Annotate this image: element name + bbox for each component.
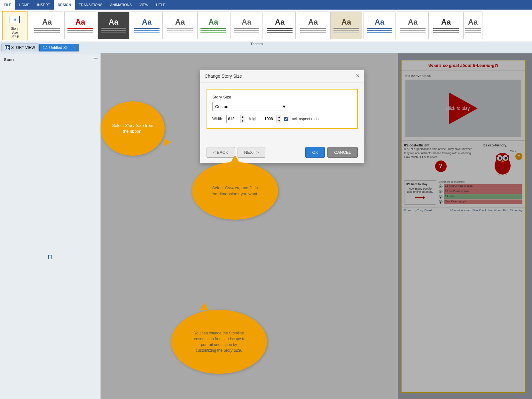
story-view-tab-label: STORY VIEW [11,45,35,50]
tab-file[interactable]: FILE [0,0,15,10]
ribbon-content: ⊞ Story Size Setup Aa Aa [0,10,532,42]
theme-item-3[interactable]: Aa [131,12,163,39]
theme-item-11[interactable]: Aa [397,12,429,39]
panel-minimize-button[interactable] [93,56,98,62]
theme-item-5[interactable]: Aa [197,12,229,39]
callout-middle-text: Select Custom, and fill inthe dimensions… [212,185,259,197]
theme-item-2[interactable]: Aa [98,12,129,39]
cancel-button[interactable]: CANCEL [327,147,358,158]
theme-item-4[interactable]: Aa [164,12,196,39]
svg-rect-4 [94,58,98,59]
tab-animations[interactable]: ANIMATIONS [106,0,136,10]
theme-item-0[interactable]: Aa [31,12,63,39]
callout-ribbon-text: Select Story Size fromthe ribbon. [112,123,153,134]
tab-insert[interactable]: INSERT [33,0,54,10]
story-size-section-label: Story Size [212,95,352,99]
ribbon: FILE HOME INSERT DESIGN TRANSITIONS ANIM… [0,0,532,42]
theme-item-12[interactable]: Aa [430,12,462,39]
callout-middle-tail [231,155,239,163]
callout-ribbon: Select Story Size fromthe ribbon. [101,101,165,156]
height-increment[interactable]: ▲ [277,115,281,119]
svg-rect-3 [8,48,9,49]
tab-design[interactable]: DESIGN [54,0,75,10]
callout-bottom-tail [200,303,209,310]
theme-item-9[interactable]: Aa [330,12,362,39]
callout-bottom: You can change the Storylinepresentation… [171,310,267,374]
callout-bottom-bubble: You can change the Storylinepresentation… [171,310,267,374]
tab-view[interactable]: VIEW [136,0,152,10]
callout-ribbon-bubble: Select Story Size fromthe ribbon. [101,101,165,156]
ok-button[interactable]: OK [305,147,325,158]
callout-middle-bubble: Select Custom, and fill inthe dimensions… [192,162,278,220]
story-size-icon: ⊞ [7,13,22,26]
height-decrement[interactable]: ▼ [277,119,281,123]
lock-aspect-ratio-label: Lock aspect ratio [284,117,319,121]
height-spinner: ▲ ▼ [277,115,281,123]
width-input[interactable] [227,116,240,122]
height-input-container: ▲ ▼ [263,115,281,123]
width-spinner: ▲ ▼ [240,115,245,123]
theme-item-7[interactable]: Aa [264,12,296,39]
lock-aspect-ratio-checkbox[interactable] [284,117,288,121]
tab-home[interactable]: HOME [15,0,33,10]
svg-rect-2 [8,46,9,47]
lock-aspect-ratio-text: Lock aspect ratio [290,117,319,121]
dialog-body: Story Size Custom ▼ Width: ▲ [200,82,364,142]
width-increment[interactable]: ▲ [240,115,245,119]
width-label: Width: [212,117,223,121]
height-input[interactable] [263,116,277,122]
change-story-size-dialog: Change Story Size ✕ Story Size Custom ▼ … [200,69,364,163]
height-label: Height: [247,117,260,121]
themes-section: Aa Aa [30,11,483,40]
theme-item-13[interactable]: Aa [463,12,482,39]
ribbon-tab-bar: FILE HOME INSERT DESIGN TRANSITIONS ANIM… [0,0,532,10]
width-input-container: ▲ ▼ [226,115,244,123]
panel-header: Scen [3,56,98,63]
callout-middle: Select Custom, and fill inthe dimensions… [192,162,278,220]
left-panel: Scen [0,53,101,399]
width-decrement[interactable]: ▼ [240,119,245,123]
main-area: Scen Change Story Size ✕ Story Size Cust… [0,53,532,399]
theme-item-10[interactable]: Aa [364,12,395,39]
dialog-close-button[interactable]: ✕ [356,73,360,79]
separator-1 [29,13,29,38]
story-size-dropdown[interactable]: Custom ▼ [212,102,289,111]
tab-close-icon[interactable]: ✕ [73,46,76,49]
content-area: Change Story Size ✕ Story Size Custom ▼ … [101,53,532,399]
dialog-title-bar: Change Story Size ✕ [200,70,364,82]
theme-item-8[interactable]: Aa [297,12,329,39]
dialog-footer: < BACK NEXT > OK CANCEL [200,142,364,163]
svg-rect-1 [6,46,7,49]
link-icon [46,254,54,261]
theme-item-6[interactable]: Aa [231,12,262,39]
story-size-select-row: Custom ▼ [212,102,352,111]
slide-tab-label: 1.1 Untitled Sli... [43,45,71,50]
dialog-title: Change Story Size [205,74,242,79]
theme-item-1[interactable]: Aa [64,12,96,39]
story-size-box: Story Size Custom ▼ Width: ▲ [207,89,358,129]
dropdown-arrow-icon: ▼ [282,104,286,109]
next-button[interactable]: NEXT > [238,147,266,158]
themes-label: Themes [30,41,483,46]
dropdown-value: Custom [215,104,230,109]
callout-ribbon-tail [164,138,171,146]
slide-icon: ⊞ [10,16,20,23]
story-size-setup-button[interactable]: ⊞ Story Size Setup [2,11,27,40]
tab-transitions[interactable]: TRANSITIONS [75,0,106,10]
tab-help[interactable]: HELP [152,0,169,10]
story-size-dims: Width: ▲ ▼ Height: ▲ [212,115,352,123]
story-view-icon [5,45,10,50]
story-size-label: Story Size Setup [11,27,19,38]
footer-right-buttons: OK CANCEL [305,147,358,158]
callout-bottom-text: You can change the Storylinepresentation… [193,330,246,353]
